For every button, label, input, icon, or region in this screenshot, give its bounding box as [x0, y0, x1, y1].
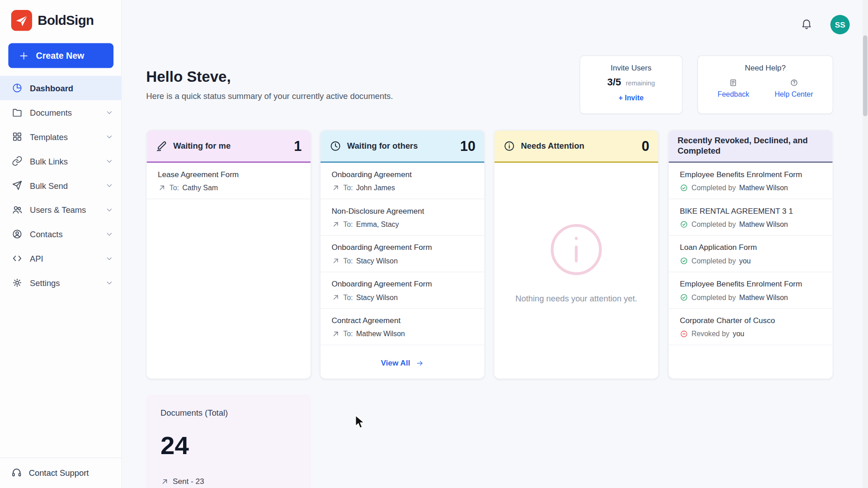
arrow-up-right-icon: [331, 330, 340, 338]
create-new-button[interactable]: Create New: [8, 43, 113, 68]
card-title: Waiting for me: [173, 141, 288, 151]
sidebar-nav: Dashboard Documents Templates Bulk Links…: [0, 76, 121, 295]
sidebar-item-label: Dashboard: [30, 83, 113, 93]
sidebar-item-label: Documents: [30, 108, 98, 117]
feedback-label: Feedback: [717, 90, 749, 99]
view-all-link[interactable]: View All: [321, 347, 484, 379]
api-code-icon: [12, 253, 23, 264]
waiting-for-others-header: Waiting for others 10: [321, 131, 484, 163]
feedback-link[interactable]: Feedback: [717, 79, 749, 99]
sidebar-item-api[interactable]: API: [0, 246, 121, 271]
help-center-label: Help Center: [775, 90, 813, 99]
recipient-name: Stacy Wilson: [356, 257, 398, 265]
folder-icon: [12, 107, 23, 117]
status-text: Completed by: [691, 184, 736, 192]
invite-link[interactable]: + Invite: [618, 94, 643, 102]
card-title: Needs Attention: [521, 141, 636, 151]
invite-users-title: Invite Users: [580, 63, 682, 72]
arrow-right-icon: [416, 359, 424, 367]
to-label: To:: [343, 220, 353, 228]
to-label: To:: [170, 184, 179, 192]
list-item[interactable]: Onboarding Agreement To: John James: [321, 163, 484, 199]
document-title: Onboarding Agreement: [331, 170, 473, 179]
send-icon: [12, 180, 23, 191]
documents-total-count: 24: [160, 431, 297, 460]
bell-icon: [801, 18, 813, 30]
create-new-label: Create New: [36, 51, 85, 61]
logo[interactable]: BoldSign: [0, 0, 121, 39]
invite-users-card: Invite Users 3/5 remaining + Invite: [580, 55, 683, 114]
list-item[interactable]: Loan Application Form Completed by you: [669, 236, 832, 272]
logo-text: BoldSign: [38, 13, 94, 28]
document-title: Onboarding Agreement Form: [331, 279, 473, 288]
empty-state-text: Nothing needs your attention yet.: [515, 292, 637, 305]
chevron-down-icon: [105, 279, 113, 287]
invite-remaining-label: remaining: [626, 79, 655, 87]
card-title: Waiting for others: [347, 141, 455, 151]
list-item[interactable]: BIKE RENTAL AGREEMENT 3 1 Completed by M…: [669, 199, 832, 236]
contact-support-label: Contact Support: [29, 468, 89, 477]
info-watermark-icon: [546, 219, 607, 280]
scrollbar-thumb[interactable]: [863, 35, 868, 116]
notifications-bell[interactable]: [801, 18, 813, 32]
list-item[interactable]: Employee Benefits Enrolment Form Complet…: [669, 272, 832, 309]
status-text: Completed by: [691, 293, 736, 301]
to-label: To:: [343, 293, 353, 301]
needs-attention-card: Needs Attention 0 Nothing needs your att…: [494, 130, 659, 379]
documents-sent-label: Sent - 23: [173, 477, 204, 486]
sidebar-item-documents[interactable]: Documents: [0, 100, 121, 125]
avatar[interactable]: SS: [830, 15, 850, 34]
waiting-for-me-header: Waiting for me 1: [146, 131, 310, 163]
list-item[interactable]: Corporate Charter of Cusco Revoked by yo…: [669, 309, 832, 345]
card-count: 0: [642, 138, 649, 155]
contact-support[interactable]: Contact Support: [0, 458, 121, 488]
document-title: BIKE RENTAL AGREEMENT 3 1: [680, 206, 821, 216]
invite-count: 3/5: [607, 76, 621, 87]
card-title: Recently Revoked, Declined, and Complete…: [678, 136, 824, 156]
contact-icon: [12, 229, 23, 239]
question-icon: [790, 79, 798, 87]
document-title: Employee Benefits Enrolment Form: [680, 170, 821, 179]
list-item[interactable]: Onboarding Agreement Form To: Stacy Wils…: [321, 272, 484, 309]
invite-count-row: 3/5 remaining: [580, 76, 682, 88]
help-center-link[interactable]: Help Center: [775, 79, 813, 99]
card-count: 10: [460, 138, 476, 155]
sidebar: BoldSign Create New Dashboard Documents …: [0, 0, 122, 488]
check-circle-icon: [680, 257, 688, 265]
document-title: Contract Agreement: [331, 316, 473, 325]
arrow-up-right-icon: [158, 184, 166, 192]
view-all-label: View All: [381, 358, 410, 367]
sidebar-item-settings[interactable]: Settings: [0, 271, 121, 295]
recipient-name: John James: [356, 184, 395, 192]
list-item[interactable]: Contract Agreement To: Mathew Wilson: [321, 309, 484, 345]
check-circle-icon: [680, 293, 688, 301]
documents-sent-row[interactable]: Sent - 23: [160, 477, 297, 486]
list-item[interactable]: Non-Disclosure Agreement To: Emma, Stacy: [321, 199, 484, 236]
signature-pen-icon: [156, 140, 168, 152]
recipient-name: Mathew Wilson: [356, 330, 405, 338]
sidebar-item-templates[interactable]: Templates: [0, 125, 121, 149]
sidebar-item-label: Settings: [30, 278, 98, 287]
list-item[interactable]: Onboarding Agreement Form To: Stacy Wils…: [321, 236, 484, 272]
recipient-name: Emma, Stacy: [356, 220, 399, 228]
sidebar-item-bulk-send[interactable]: Bulk Send: [0, 173, 121, 197]
chevron-down-icon: [105, 230, 113, 238]
sidebar-item-label: Bulk Send: [30, 181, 98, 190]
dashboard-pie-icon: [12, 82, 23, 93]
needs-attention-header: Needs Attention 0: [494, 131, 658, 163]
sidebar-item-contacts[interactable]: Contacts: [0, 222, 121, 246]
document-title: Onboarding Agreement Form: [331, 243, 473, 252]
sidebar-item-users-teams[interactable]: Users & Teams: [0, 197, 121, 222]
sidebar-item-bulk-links[interactable]: Bulk Links: [0, 149, 121, 173]
actor-name: you: [733, 330, 745, 338]
sidebar-item-dashboard[interactable]: Dashboard: [0, 76, 121, 100]
document-title: Employee Benefits Enrolment Form: [680, 279, 821, 288]
chevron-down-icon: [105, 181, 113, 189]
grid-icon: [12, 131, 23, 142]
needs-attention-empty-state: Nothing needs your attention yet.: [494, 163, 658, 379]
chevron-down-icon: [105, 157, 113, 165]
document-title: Loan Application Form: [680, 243, 821, 252]
link-icon: [12, 155, 23, 166]
list-item[interactable]: Employee Benefits Enrolment Form Complet…: [669, 163, 832, 199]
list-item[interactable]: Lease Agreement Form To: Cathy Sam: [146, 163, 310, 199]
